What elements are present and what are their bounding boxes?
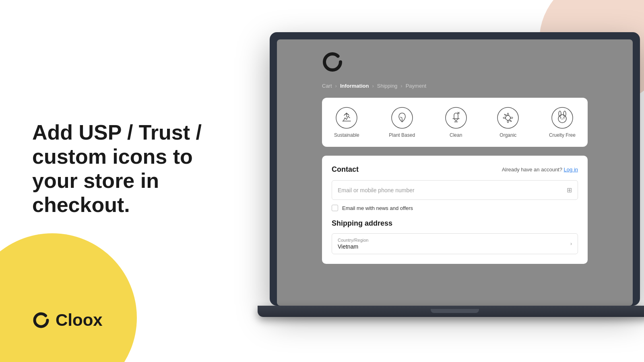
sustainable-icon: [335, 107, 358, 129]
usp-cruelty-free: Cruelty Free: [549, 107, 576, 138]
usp-clean: Clean: [445, 107, 467, 138]
svg-point-2: [446, 107, 466, 128]
country-select[interactable]: Country/Region Vietnam ›: [332, 233, 578, 254]
organic-icon: [497, 107, 519, 129]
cloox-brand: Cloox: [32, 311, 103, 330]
usp-plant-based: Plant Based: [389, 107, 415, 138]
usp-banner: Sustainable Plant Based: [322, 98, 588, 147]
newsletter-label: Email me with news and offers: [342, 205, 413, 211]
laptop-mockup: Cart › Information › Shipping › Payment: [270, 32, 644, 346]
laptop-outer: Cart › Information › Shipping › Payment: [270, 32, 640, 306]
headline: Add USP / Trust / custom icons to your s…: [32, 121, 242, 217]
plant-based-icon: [391, 107, 413, 129]
breadcrumb: Cart › Information › Shipping › Payment: [322, 83, 588, 89]
svg-point-8: [506, 115, 510, 120]
breadcrumb-cart[interactable]: Cart: [322, 83, 332, 89]
store-logo: [322, 51, 588, 74]
account-text: Already have an account? Log in: [502, 167, 578, 173]
laptop-screen: Cart › Information › Shipping › Payment: [277, 39, 633, 306]
contact-header: Contact Already have an account? Log in: [332, 165, 578, 174]
breadcrumb-information[interactable]: Information: [340, 83, 369, 89]
eye-icon: ⊞: [567, 186, 572, 194]
cruelty-free-icon: [551, 107, 574, 129]
breadcrumb-shipping[interactable]: Shipping: [377, 83, 398, 89]
usp-plant-based-label: Plant Based: [389, 132, 415, 138]
usp-clean-label: Clean: [450, 132, 462, 138]
usp-sustainable-label: Sustainable: [334, 132, 359, 138]
breadcrumb-payment[interactable]: Payment: [406, 83, 426, 89]
clean-icon: [445, 107, 467, 129]
checkout-ui: Cart › Information › Shipping › Payment: [277, 39, 633, 306]
country-value: Vietnam: [338, 243, 572, 250]
svg-point-14: [563, 117, 564, 119]
usp-sustainable: Sustainable: [334, 107, 359, 138]
left-panel: Add USP / Trust / custom icons to your s…: [0, 0, 274, 362]
cloox-logo-icon: [32, 311, 50, 329]
checkout-inner: Cart › Information › Shipping › Payment: [314, 39, 596, 276]
newsletter-checkbox[interactable]: [332, 205, 338, 211]
svg-rect-3: [454, 113, 458, 120]
usp-organic-label: Organic: [500, 132, 516, 138]
usp-cruelty-free-label: Cruelty Free: [549, 132, 576, 138]
svg-point-0: [336, 107, 357, 128]
contact-title: Contact: [332, 165, 359, 174]
laptop-base: [258, 306, 644, 317]
shipping-title: Shipping address: [332, 219, 578, 228]
newsletter-checkbox-row: Email me with news and offers: [332, 205, 578, 211]
usp-organic: Organic: [497, 107, 519, 138]
svg-point-13: [560, 117, 561, 119]
cloox-wordmark: Cloox: [56, 311, 103, 330]
dropdown-arrow-icon: ›: [570, 241, 572, 247]
login-link[interactable]: Log in: [564, 167, 578, 173]
email-input[interactable]: Email or mobile phone number ⊞: [332, 180, 578, 200]
email-placeholder: Email or mobile phone number: [338, 187, 415, 193]
country-label: Country/Region: [338, 238, 572, 243]
contact-section: Contact Already have an account? Log in …: [322, 156, 588, 264]
svg-point-9: [552, 107, 573, 128]
svg-point-7: [497, 107, 518, 128]
